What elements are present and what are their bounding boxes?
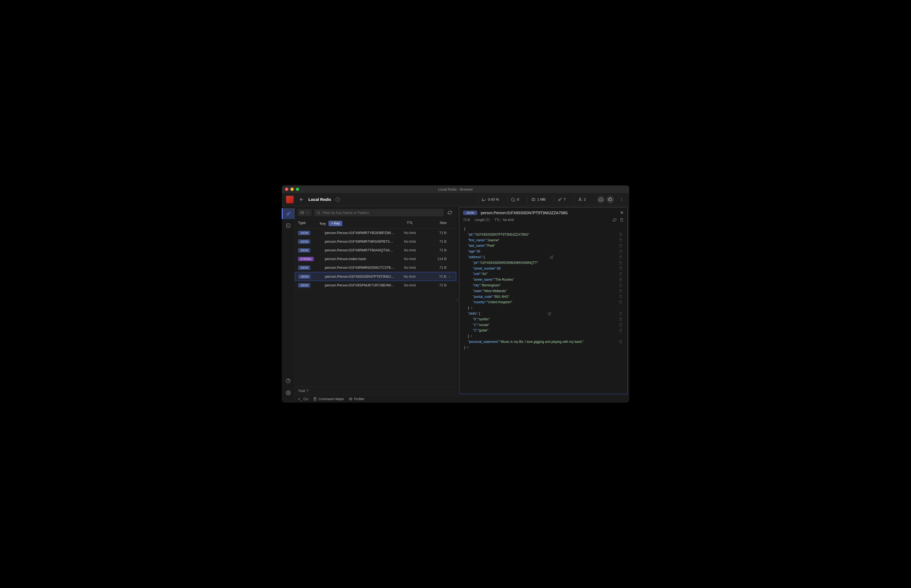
delete-field-button[interactable] [617,238,622,242]
delete-field-button[interactable] [617,284,622,287]
key-name: :person.Person:01FX8RMR7YB283BPZ88HAG066… [320,231,395,235]
key-name: :person.Person:index:hash [320,257,395,261]
add-key-button[interactable]: + Key [328,221,342,226]
info-icon[interactable]: i [336,197,340,202]
key-size: 72 B [425,248,447,252]
json-line: }+ [463,305,623,311]
svg-point-2 [579,198,581,199]
refresh-button[interactable] [446,209,454,216]
type-badge: JSON [298,231,310,235]
key-ttl: No limit [395,275,425,278]
json-line: { [463,226,623,232]
keys-panel: Type Key + Key TTL Size JSON :person.Per… [295,206,456,395]
window-title: Local Redis - Browser [438,187,473,191]
type-badge: JSON [298,275,310,279]
delete-field-button[interactable] [617,318,622,321]
json-line: "country" : "United Kingdom" [463,299,623,305]
key-ttl: No limit [395,231,425,235]
type-badge: JSON [298,265,310,270]
table-header: Type Key + Key TTL Size [295,218,456,229]
add-field-button[interactable]: + [467,345,469,350]
col-key: Key + Key [320,221,395,226]
back-button[interactable] [299,197,304,202]
svg-point-9 [288,392,289,394]
more-menu-button[interactable] [619,196,625,203]
stat-clients: 2 [574,196,590,204]
key-ttl: No limit [395,239,425,244]
type-badge: STRING [298,257,314,261]
close-detail-button[interactable]: ✕ [620,210,623,215]
json-line: "age" : 36 [463,249,623,254]
sidebar-settings[interactable] [283,388,294,398]
add-field-button[interactable]: + [470,334,472,339]
chevron-down-icon [306,211,309,214]
filter-dropdown[interactable] [297,209,312,216]
traffic-lights [285,187,299,191]
key-icon [558,197,562,202]
key-name: :person.Person:01FX8RMR82D091TC37B45RCWY… [320,265,395,270]
refresh-detail-button[interactable] [613,218,617,222]
delete-field-button[interactable] [617,244,622,247]
key-size: 72 B [425,275,446,278]
svg-rect-7 [286,224,290,228]
delete-field-button[interactable] [617,250,622,253]
delete-field-button[interactable] [617,340,622,344]
key-ttl: No limit [395,248,425,252]
json-line: "unit" : "4A" [463,271,623,277]
sidebar-browser[interactable] [282,208,295,219]
delete-field-button[interactable] [617,295,622,298]
footer-profiler[interactable]: Profiler [349,397,364,401]
sidebar-workbench[interactable] [283,220,294,231]
delete-field-button[interactable] [617,255,622,259]
delete-field-button[interactable] [617,272,622,276]
type-badge: JSON [298,248,310,252]
detail-size: 72 B [463,218,470,222]
delete-field-button[interactable] [617,267,622,270]
stat-commands: 0 [507,196,523,204]
footer-cli[interactable]: >_CLI [298,397,309,401]
delete-field-button[interactable] [617,312,622,315]
footer-command-helper[interactable]: Command Helper [313,397,344,401]
key-row[interactable]: STRING :person.Person:index:hash No limi… [295,255,456,263]
search-input[interactable] [323,211,441,215]
key-row[interactable]: JSON :person.Person:01FX8RMR7T60ANQTS4P9… [295,246,456,255]
delete-field-button[interactable] [617,323,622,326]
stat-keys: 7 [554,196,570,204]
maximize-window-button[interactable] [296,187,299,191]
search-box[interactable] [314,209,444,216]
titlebar: Local Redis - Browser [282,186,629,193]
key-row[interactable]: JSON :person.Person:01FX8SSSDN7PT9T3N0JZ… [295,272,456,281]
json-line: "last_name" : "Peel" [463,243,623,249]
edit-field-button[interactable] [548,255,554,259]
edit-field-button[interactable] [546,312,551,315]
delete-field-button[interactable] [617,261,622,265]
key-row[interactable]: JSON :person.Person:01FX8RMR82D091TC37B4… [295,263,456,272]
minimize-window-button[interactable] [291,187,294,191]
delete-field-button[interactable] [617,278,622,281]
detail-length: Length (7) [475,218,490,222]
stat-cpu: 0.43 % [478,196,502,204]
key-ttl: No limit [395,283,425,287]
delete-field-button[interactable] [617,289,622,293]
footer-bar: >_CLI Command Helper Profiler [295,395,629,402]
panel-divider[interactable]: ⦀ [456,206,458,395]
delete-key-button[interactable] [620,218,623,222]
users-icon [578,197,582,202]
delete-field-button[interactable] [617,300,622,304]
sidebar-help[interactable] [283,375,294,386]
connection-name: Local Redis [309,197,331,202]
cloud-button[interactable] [597,196,605,204]
close-window-button[interactable] [285,187,288,191]
svg-point-12 [350,399,351,399]
json-line: "address" : { [463,254,623,260]
key-row[interactable]: JSON :person.Person:01FX8RMR7YB283BPZ88H… [295,229,456,237]
total-label: Total: 7 [295,386,456,395]
key-name: :person.Person:01FX8SSSDN7PT9T3N0JZZA758… [320,275,395,278]
type-badge: JSON [298,239,310,244]
delete-field-button[interactable] [617,233,622,236]
key-row[interactable]: JSON :person.Person:01FX8RMR7NRS45PBT3XP… [295,237,456,246]
key-row[interactable]: JSON :person.Person:01FX8SPMJK71R7J8E4W6… [295,281,456,290]
delete-field-button[interactable] [617,329,622,332]
add-field-button[interactable]: + [471,306,473,310]
github-button[interactable] [606,196,614,204]
